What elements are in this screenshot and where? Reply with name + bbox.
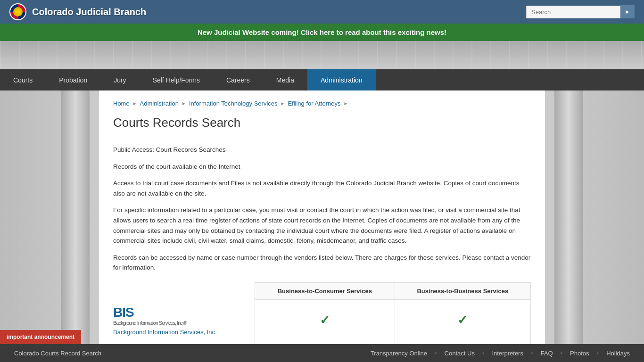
public-access-title: Public Access: Court Records Searches <box>113 145 531 155</box>
breadcrumb-it-services[interactable]: Information Technology Services <box>189 100 278 107</box>
bis-vendor-cell: BIS Background Information Services, Inc… <box>113 299 255 341</box>
footer-link-colorado-courts[interactable]: Colorado Courts Record Search <box>14 350 101 357</box>
table-row: BIS Background Information Services, Inc… <box>113 299 531 341</box>
footer-sep-2: • <box>482 350 485 357</box>
main-content: Home ► Administration ► Information Tech… <box>99 90 545 362</box>
breadcrumb-efiling[interactable]: Efiling for Attorneys <box>288 100 340 107</box>
search-area: ► <box>526 5 635 18</box>
footer-link-photos[interactable]: Photos <box>570 350 589 357</box>
logo-icon <box>9 3 26 20</box>
col1-header <box>113 282 255 299</box>
footer-left: Colorado Courts Record Search <box>14 350 101 357</box>
breadcrumb-arrow-4: ► <box>343 101 348 106</box>
right-bg-col <box>545 90 644 362</box>
hero-area <box>0 41 644 69</box>
right-column-decor <box>554 90 583 362</box>
nav-item-courts[interactable]: Courts <box>0 69 46 90</box>
footer-sep-3: • <box>531 350 533 357</box>
bis-tagline: Background Information Services, Inc.® <box>113 320 247 326</box>
footer-link-transparency[interactable]: Transparency Online <box>371 350 427 357</box>
bis-link[interactable]: Background Information Services, Inc. <box>113 329 247 336</box>
footer-bar: Colorado Courts Record Search Transparen… <box>0 344 644 362</box>
footer-sep-4: • <box>561 350 563 357</box>
left-column-decor <box>61 90 90 362</box>
nav-item-jury[interactable]: Jury <box>100 69 139 90</box>
logo-area: Colorado Judicial Branch <box>9 3 146 20</box>
nav-item-administration[interactable]: Administration <box>307 69 376 90</box>
col3-header: Business-to-Business Services <box>395 282 530 299</box>
announcement-text: New Judicial Website coming! Click here … <box>198 28 446 36</box>
para3: Records can be accessed by name or case … <box>113 253 531 273</box>
footer-link-contact[interactable]: Contact Us <box>445 350 475 357</box>
logo-inner <box>13 7 23 16</box>
breadcrumb-home[interactable]: Home <box>113 100 130 107</box>
records-available: Records of the court available on the In… <box>113 162 531 172</box>
left-bg-col <box>0 90 99 362</box>
footer-sep-5: • <box>597 350 599 357</box>
footer-link-holidays[interactable]: Holidays <box>606 350 630 357</box>
nav-item-media[interactable]: Media <box>263 69 307 90</box>
breadcrumb-arrow-1: ► <box>132 101 137 106</box>
breadcrumb-administration[interactable]: Administration <box>140 100 179 107</box>
nav-item-probation[interactable]: Probation <box>46 69 100 90</box>
bis-b2c-cell: ✓ <box>255 299 395 341</box>
bis-b2b-cell: ✓ <box>395 299 530 341</box>
important-badge[interactable]: important announcement <box>0 330 81 344</box>
col2-header: Business-to-Consumer Services <box>255 282 395 299</box>
nav-item-careers[interactable]: Careers <box>213 69 263 90</box>
announcement-bar[interactable]: New Judicial Website coming! Click here … <box>0 24 644 41</box>
para2: For specific information related to a pa… <box>113 205 531 246</box>
breadcrumb-arrow-3: ► <box>281 101 285 106</box>
content-wrapper: Home ► Administration ► Information Tech… <box>0 90 644 362</box>
bis-b2c-check: ✓ <box>320 313 330 327</box>
page-title: Courts Records Search <box>113 115 531 135</box>
bis-b2b-check: ✓ <box>457 313 468 327</box>
footer-sep-1: • <box>435 350 437 357</box>
breadcrumb-arrow-2: ► <box>182 101 186 106</box>
footer-link-faq[interactable]: FAQ <box>541 350 553 357</box>
para1: Access to trial court case documents and… <box>113 178 531 198</box>
nav-item-selfhelp[interactable]: Self Help/Forms <box>140 69 213 90</box>
search-input[interactable] <box>526 6 620 18</box>
site-title: Colorado Judicial Branch <box>32 7 146 17</box>
search-button[interactable]: ► <box>620 5 635 18</box>
bis-logo: BIS Background Information Services, Inc… <box>113 305 247 326</box>
site-header: Colorado Judicial Branch ► <box>0 0 644 24</box>
footer-link-interpreters[interactable]: Interpreters <box>492 350 523 357</box>
breadcrumb: Home ► Administration ► Information Tech… <box>113 100 531 107</box>
main-nav: Courts Probation Jury Self Help/Forms Ca… <box>0 69 644 90</box>
